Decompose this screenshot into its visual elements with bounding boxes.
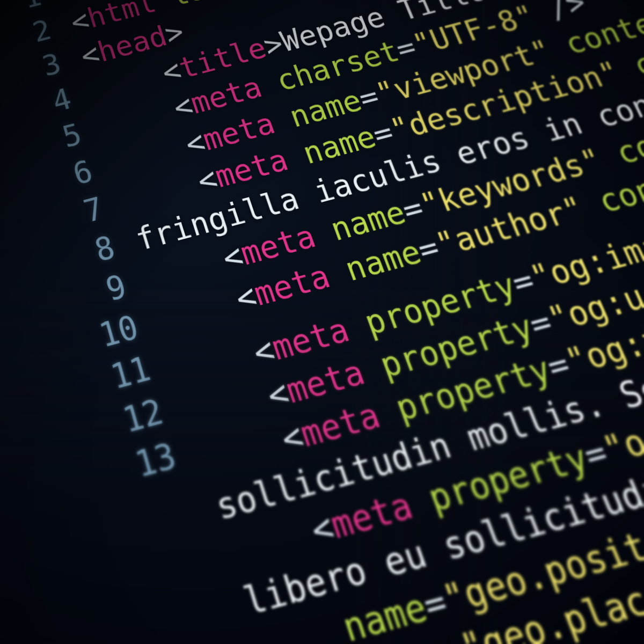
code-editor[interactable]: 1 2 3 4 5 6 7 8 9 10 11 12 13 <!DOCTYPE … <box>0 0 644 644</box>
perspective-wrap: HTML CODE.html 1 2 3 4 5 6 7 8 9 10 11 1… <box>0 0 644 644</box>
editor-screen: HTML CODE.html 1 2 3 4 5 6 7 8 9 10 11 1… <box>0 0 644 644</box>
